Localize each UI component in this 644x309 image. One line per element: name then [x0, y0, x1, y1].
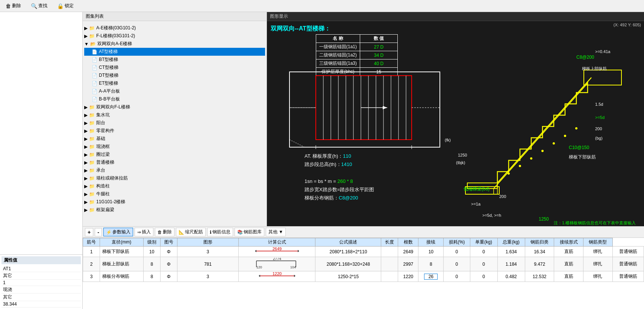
- fl-item-struct-col[interactable]: ▶ 📁 构造柱: [84, 182, 265, 190]
- col-formula: 计算公式: [239, 238, 315, 247]
- fl-item-bt[interactable]: 📄 BT型楼梯: [84, 56, 265, 64]
- fl-item-bb[interactable]: 📄 B-B平台板: [84, 95, 265, 103]
- fl-item-overbeam[interactable]: ▶ 📁 圈过梁: [84, 151, 265, 158]
- count-cell: 8: [418, 257, 444, 271]
- cad-val200-bottom: 200: [499, 194, 506, 199]
- row-desc: [381, 271, 398, 282]
- lock-label: 锁定: [65, 3, 74, 9]
- fl-item-ct[interactable]: 📄 CT型楼梯: [84, 64, 265, 72]
- row-rebar-type: 普通钢筋: [612, 247, 644, 257]
- svg-line-25: [494, 83, 588, 189]
- cad-row2-name: 二级钢筋锚固(1a2): [316, 51, 360, 59]
- lock-button[interactable]: 🔒 锁定: [55, 2, 76, 10]
- fl-item-dt[interactable]: 📄 DT型楼梯: [84, 72, 265, 79]
- param-icon: ⚡: [106, 230, 112, 235]
- fl-item-foundation[interactable]: ▶ 📁 基础: [84, 135, 265, 143]
- col-unit-weight: 单重(kg): [470, 238, 497, 247]
- col-loss: 损耗(%): [444, 238, 470, 247]
- fl-item-dual-ae[interactable]: ▼ 📂 双网双向A-E楼梯: [84, 40, 265, 48]
- col-total-weight: 总重(kg): [497, 238, 525, 247]
- sidebar-tree[interactable]: [0, 12, 82, 254]
- scale-rebar-button[interactable]: 📐 缩尺配筋: [176, 228, 206, 236]
- svg-text:120: 120: [256, 265, 262, 269]
- fl-item-small[interactable]: ▶ 📁 零星构件: [84, 127, 265, 135]
- col-rebar-type: 钢筋类型: [583, 238, 613, 247]
- stair-plan-svg: [286, 68, 444, 151]
- remove-row-button[interactable]: -: [95, 228, 102, 236]
- svg-line-24: [497, 78, 591, 183]
- table-row[interactable]: 1 梯板下部纵筋 10 Φ 3 2649 2080*1.168+2*110 26…: [83, 247, 644, 257]
- fl-item-aa[interactable]: 📄 A-A平台板: [84, 87, 265, 95]
- delete-row-button[interactable]: 🗑 删除: [155, 228, 174, 236]
- row-diameter: 8: [143, 257, 160, 271]
- row-grade: Φ: [160, 271, 177, 282]
- row-name: 梯板上部纵筋: [100, 257, 143, 271]
- fl-item-frame-beam[interactable]: ▶ 📁 框架扁梁: [84, 206, 265, 214]
- param-input-button[interactable]: ⚡ 参数输入: [103, 228, 133, 236]
- cad-upper-long: 梯板上部纵筋: [582, 66, 607, 71]
- properties-title: 属性值: [2, 256, 81, 264]
- fl-item-cattle-leg[interactable]: ▶ 📁 牛腿柱: [84, 190, 265, 198]
- svg-point-31: [564, 135, 566, 137]
- rebar-library-button[interactable]: 📚 钢筋图库: [235, 228, 264, 236]
- row-formula: 1250-2*15: [315, 271, 381, 282]
- content-area: 图集列表 ▶ 📁 A-E楼梯(03G101-2) ▶ 📁 F-L楼梯(03G10…: [83, 12, 644, 309]
- top-split: 图集列表 ▶ 📁 A-E楼梯(03G101-2) ▶ 📁 F-L楼梯(03G10…: [83, 12, 644, 227]
- stair-thickness: 110: [343, 153, 351, 159]
- row-name: 梯板分布钢筋: [100, 271, 143, 282]
- table-scroll[interactable]: 筋号 直径(mm) 级别 图号 图形 计算公式 公式描述 长度 根数 接续 损耗…: [83, 238, 644, 309]
- rebar-info-button[interactable]: ℹ 钢筋信息: [207, 228, 233, 236]
- count-cell[interactable]: [418, 271, 444, 282]
- table-row[interactable]: 3 梯板分布钢筋 8 Φ 3 1220 1250-2*15 1220 0 0 0…: [83, 271, 644, 282]
- cad-bg: (bg): [595, 136, 603, 140]
- col-shape: 图形: [177, 238, 238, 247]
- svg-rect-0: [289, 72, 440, 147]
- cad-title: 双网双向--AT型楼梯：: [271, 25, 330, 33]
- row-loss: 0: [470, 247, 497, 257]
- insert-button[interactable]: ⇒ 插入: [135, 228, 153, 236]
- fl-item-ae[interactable]: ▶ 📁 A-E楼梯(03G101-2): [84, 24, 265, 32]
- find-button[interactable]: 🔍 查找: [28, 2, 50, 10]
- fl-item-platform[interactable]: ▶ 📁 承台: [84, 166, 265, 174]
- prop-row: AT1: [2, 266, 81, 272]
- fl-item-frame[interactable]: ▶ 📁 现浇框: [84, 143, 265, 151]
- row-formula: 2080*1.168+2*110: [315, 247, 381, 257]
- svg-rect-33: [584, 70, 621, 85]
- fl-item-common-stair[interactable]: ▶ 📁 普通楼梯: [84, 158, 265, 166]
- fl-item-wall-brick[interactable]: ▶ 📁 墙柱或砌体拉筋: [84, 174, 265, 182]
- fl-item-balcony[interactable]: ▶ 📁 阳台: [84, 119, 265, 127]
- param-label: 参数输入: [112, 229, 130, 235]
- col-shape-num: 图号: [160, 238, 177, 247]
- scale-label: 缩尺配筋: [185, 229, 203, 235]
- delete-label: 删除: [12, 3, 21, 9]
- row-shape: 1220: [239, 271, 315, 282]
- insert-label: 插入: [142, 229, 151, 235]
- fl-item-at[interactable]: 📄 AT型楼梯: [84, 48, 265, 56]
- fl-item-et[interactable]: 📄 ET型楼梯: [84, 79, 265, 87]
- row-splice-type: 绑扎: [583, 257, 613, 271]
- row-total-weight: 9.472: [525, 257, 554, 271]
- row-length: 1220: [398, 271, 418, 282]
- fl-item-fl[interactable]: ▶ 📁 F-L楼梯(03G101-2): [84, 32, 265, 40]
- delete-button[interactable]: 🗑 删除: [3, 2, 24, 10]
- row-splice: 0: [444, 257, 470, 271]
- figure-list-content: ▶ 📁 A-E楼梯(03G101-2) ▶ 📁 F-L楼梯(03G101-2) …: [83, 21, 267, 226]
- table-row[interactable]: 2 梯板上部纵筋 8 Φ 781 2774120104 2080*1.168+3…: [83, 257, 644, 271]
- fl-item-g11[interactable]: ▶ 📁 11G101-2楼梯: [84, 198, 265, 206]
- figure-canvas[interactable]: (X: 492 Y: 605) 双网双向--AT型楼梯： 名 称 数 值 一级钢…: [267, 21, 644, 226]
- add-row-button[interactable]: +: [85, 228, 93, 236]
- svg-marker-49: [294, 275, 295, 277]
- cad-row2-value: 34 D: [360, 51, 398, 59]
- row-total-weight: 16.34: [525, 247, 554, 257]
- figure-display-panel: 图形显示 (X: 492 Y: 605) 双网双向--AT型楼梯： 名 称 数 …: [267, 12, 644, 226]
- svg-point-28: [530, 157, 532, 160]
- row-category: 直筋: [554, 257, 583, 271]
- fl-item-cistern[interactable]: ▶ 📁 集水坑: [84, 111, 265, 119]
- bottom-area: + - ⚡ 参数输入 ⇒ 插入 🗑 删除 📐 缩尺配筋: [83, 227, 644, 309]
- prop-row: 其它: [2, 272, 81, 280]
- cad-tbjk: (tbjk): [456, 160, 465, 165]
- row-shape-num: 3: [177, 271, 238, 282]
- col-diameter: 直径(mm): [100, 238, 143, 247]
- fl-item-dual-fl[interactable]: ▶ 📁 双网双向F-L楼梯: [84, 103, 265, 111]
- other-button[interactable]: 其他 ▼: [266, 228, 286, 236]
